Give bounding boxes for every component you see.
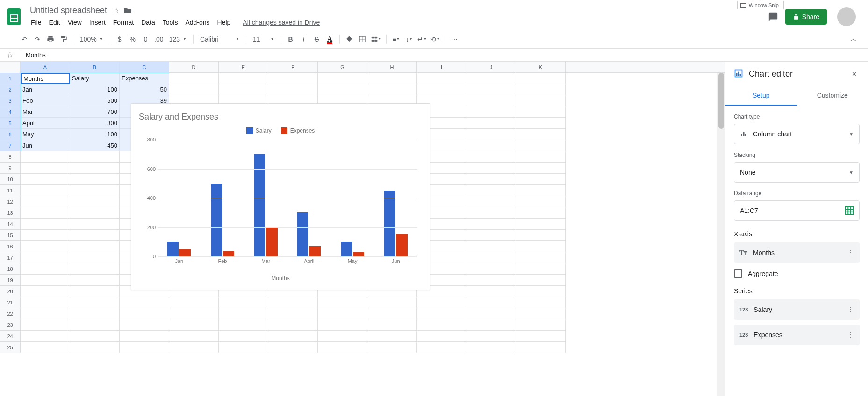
more-options-icon[interactable]: ⋮ — [847, 249, 854, 256]
paint-format-button[interactable] — [57, 33, 70, 46]
number-format-selector[interactable]: 123▼ — [165, 35, 190, 43]
row-header[interactable]: 22 — [0, 308, 21, 319]
more-options-icon[interactable]: ⋮ — [847, 331, 854, 339]
cell[interactable]: 500 — [70, 95, 120, 106]
cell[interactable] — [466, 219, 516, 230]
formula-input[interactable]: Months — [21, 51, 868, 58]
valign-button[interactable]: ↓▼ — [402, 33, 416, 46]
cell[interactable] — [466, 163, 516, 174]
row-header[interactable]: 24 — [0, 331, 21, 342]
cell[interactable] — [417, 73, 466, 84]
cell[interactable] — [21, 174, 70, 185]
merge-button[interactable]: ▼ — [369, 33, 384, 46]
print-button[interactable] — [44, 33, 57, 46]
more-options-icon[interactable]: ⋮ — [847, 306, 854, 313]
row-header[interactable]: 16 — [0, 241, 21, 252]
cell[interactable] — [466, 252, 516, 263]
cell[interactable] — [516, 308, 566, 319]
cell[interactable] — [466, 95, 516, 106]
cell[interactable] — [466, 106, 516, 118]
cell[interactable] — [70, 275, 120, 286]
cell[interactable] — [169, 84, 219, 95]
cell[interactable] — [516, 185, 566, 196]
cell[interactable] — [120, 331, 169, 342]
cell[interactable] — [21, 219, 70, 230]
cell[interactable] — [318, 331, 367, 342]
cell[interactable] — [516, 196, 566, 207]
bold-button[interactable]: B — [284, 33, 297, 46]
cell[interactable] — [367, 297, 417, 308]
row-header[interactable]: 7 — [0, 140, 21, 151]
cell[interactable] — [21, 308, 70, 319]
cell[interactable] — [70, 297, 120, 308]
text-color-button[interactable]: A — [323, 33, 337, 46]
decrease-decimal-button[interactable]: .0 — [139, 33, 152, 46]
cell[interactable] — [516, 73, 566, 84]
cell[interactable] — [70, 308, 120, 319]
cell[interactable] — [318, 319, 367, 331]
cell[interactable] — [516, 163, 566, 174]
more-tools-button[interactable]: ⋯ — [448, 33, 461, 46]
move-folder-icon[interactable] — [123, 6, 132, 15]
cell[interactable] — [169, 308, 219, 319]
increase-decimal-button[interactable]: .00 — [152, 33, 165, 46]
row-header[interactable]: 12 — [0, 196, 21, 207]
cell[interactable] — [219, 84, 268, 95]
stacking-selector[interactable]: None ▼ — [734, 162, 860, 183]
cell[interactable] — [70, 151, 120, 163]
row-header[interactable]: 18 — [0, 263, 21, 275]
cell[interactable] — [417, 308, 466, 319]
col-header[interactable]: F — [268, 62, 318, 73]
menu-file[interactable]: File — [27, 17, 45, 28]
collapse-toolbar-button[interactable]: ︿ — [844, 35, 863, 43]
series-chip-salary[interactable]: 123 Salary ⋮ — [734, 299, 860, 320]
cell[interactable] — [70, 230, 120, 241]
cell[interactable] — [318, 308, 367, 319]
cell[interactable] — [466, 297, 516, 308]
row-header[interactable]: 9 — [0, 163, 21, 174]
menu-insert[interactable]: Insert — [86, 17, 109, 28]
chart-type-selector[interactable]: Column chart ▼ — [734, 124, 860, 144]
cell[interactable] — [70, 331, 120, 342]
row-header[interactable]: 8 — [0, 151, 21, 163]
row-header[interactable]: 3 — [0, 95, 21, 106]
star-icon[interactable]: ☆ — [112, 6, 121, 15]
col-header[interactable]: C — [120, 62, 169, 73]
undo-button[interactable]: ↶ — [18, 33, 31, 46]
cell[interactable] — [516, 230, 566, 241]
row-header[interactable]: 14 — [0, 219, 21, 230]
cell[interactable] — [367, 308, 417, 319]
col-header[interactable]: H — [367, 62, 417, 73]
cell[interactable] — [516, 319, 566, 331]
cell[interactable]: 50 — [120, 84, 169, 95]
cell[interactable] — [268, 342, 318, 353]
row-header[interactable]: 5 — [0, 118, 21, 129]
col-header[interactable]: E — [219, 62, 268, 73]
col-header[interactable]: A — [21, 62, 70, 73]
row-header[interactable]: 6 — [0, 129, 21, 140]
cell[interactable] — [367, 319, 417, 331]
cell[interactable] — [21, 319, 70, 331]
row-header[interactable]: 21 — [0, 297, 21, 308]
cell[interactable] — [21, 230, 70, 241]
cell[interactable] — [466, 185, 516, 196]
cell[interactable] — [70, 241, 120, 252]
row-header[interactable]: 17 — [0, 252, 21, 263]
zoom-selector[interactable]: 100%▼ — [76, 35, 107, 43]
embedded-chart[interactable]: Salary and Expenses Salary Expenses 0200… — [131, 103, 430, 290]
series-chip-expenses[interactable]: 123 Expenses ⋮ — [734, 325, 860, 345]
cell[interactable] — [466, 207, 516, 219]
cell[interactable] — [516, 140, 566, 151]
select-all-corner[interactable] — [0, 62, 21, 73]
row-header[interactable]: 13 — [0, 207, 21, 219]
cell[interactable]: Salary — [70, 73, 120, 84]
cell[interactable] — [466, 129, 516, 140]
cell[interactable] — [268, 73, 318, 84]
cell[interactable] — [21, 185, 70, 196]
cell[interactable] — [169, 297, 219, 308]
cell[interactable]: 300 — [70, 118, 120, 129]
tab-customize[interactable]: Customize — [797, 86, 868, 106]
cell[interactable] — [516, 241, 566, 252]
account-avatar[interactable] — [837, 7, 856, 26]
col-header[interactable]: G — [318, 62, 367, 73]
